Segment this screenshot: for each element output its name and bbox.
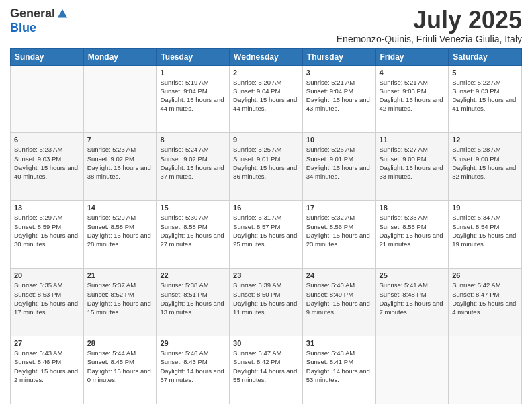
day-number: 21 (87, 271, 153, 279)
sunset-text: Sunset: 8:46 PM (14, 358, 61, 365)
page: General Blue July 2025 Enemonzo-Quinis, … (0, 0, 532, 411)
calendar-cell: 3 Sunrise: 5:21 AM Sunset: 9:04 PM Dayli… (302, 65, 375, 133)
sunrise-text: Sunrise: 5:46 AM (160, 349, 208, 357)
day-info: Sunrise: 5:28 AM Sunset: 9:00 PM Dayligh… (452, 145, 518, 181)
day-number: 7 (87, 136, 153, 144)
calendar-cell: 22 Sunrise: 5:38 AM Sunset: 8:51 PM Dayl… (157, 269, 230, 336)
calendar-cell: 15 Sunrise: 5:30 AM Sunset: 8:58 PM Dayl… (157, 201, 230, 269)
daylight-text: Daylight: 15 hours and 15 minutes. (87, 300, 151, 316)
day-number: 25 (380, 271, 445, 279)
day-number: 5 (452, 68, 518, 77)
daylight-text: Daylight: 14 hours and 53 minutes. (306, 367, 370, 383)
calendar-week-4: 20 Sunrise: 5:35 AM Sunset: 8:53 PM Dayl… (11, 269, 522, 336)
location-title: Enemonzo-Quinis, Friuli Venezia Giulia, … (337, 34, 522, 44)
sunset-text: Sunset: 8:53 PM (14, 291, 61, 298)
logo-general-text: General (10, 7, 55, 21)
day-number: 22 (160, 271, 226, 279)
sunrise-text: Sunrise: 5:20 AM (233, 79, 281, 86)
sunset-text: Sunset: 8:42 PM (233, 358, 280, 365)
daylight-text: Daylight: 15 hours and 36 minutes. (233, 164, 297, 180)
sunset-text: Sunset: 9:02 PM (87, 155, 134, 163)
sunrise-text: Sunrise: 5:19 AM (160, 79, 208, 86)
calendar-cell: 28 Sunrise: 5:44 AM Sunset: 8:45 PM Dayl… (83, 336, 157, 404)
day-info: Sunrise: 5:46 AM Sunset: 8:43 PM Dayligh… (160, 349, 226, 384)
day-info: Sunrise: 5:22 AM Sunset: 9:03 PM Dayligh… (452, 78, 518, 113)
calendar-cell: 9 Sunrise: 5:25 AM Sunset: 9:01 PM Dayli… (230, 133, 303, 201)
day-number: 29 (160, 339, 226, 347)
day-info: Sunrise: 5:24 AM Sunset: 9:02 PM Dayligh… (160, 145, 226, 181)
day-number: 12 (452, 136, 518, 144)
daylight-text: Daylight: 15 hours and 42 minutes. (380, 96, 443, 112)
day-info: Sunrise: 5:35 AM Sunset: 8:53 PM Dayligh… (14, 281, 80, 316)
daylight-text: Daylight: 15 hours and 0 minutes. (87, 367, 151, 383)
day-info: Sunrise: 5:47 AM Sunset: 8:42 PM Dayligh… (233, 349, 299, 384)
sunset-text: Sunset: 8:47 PM (452, 291, 499, 298)
sunset-text: Sunset: 8:50 PM (233, 291, 280, 298)
day-number: 16 (233, 203, 299, 212)
sunrise-text: Sunrise: 5:22 AM (452, 79, 500, 86)
calendar-cell: 30 Sunrise: 5:47 AM Sunset: 8:42 PM Dayl… (230, 336, 303, 404)
sunset-text: Sunset: 8:52 PM (87, 291, 134, 298)
calendar-cell: 26 Sunrise: 5:42 AM Sunset: 8:47 PM Dayl… (449, 269, 522, 336)
daylight-text: Daylight: 15 hours and 33 minutes. (380, 164, 443, 180)
calendar-cell: 8 Sunrise: 5:24 AM Sunset: 9:02 PM Dayli… (157, 133, 230, 201)
sunrise-text: Sunrise: 5:33 AM (380, 214, 428, 221)
day-info: Sunrise: 5:40 AM Sunset: 8:49 PM Dayligh… (306, 281, 372, 316)
daylight-text: Daylight: 15 hours and 9 minutes. (306, 300, 370, 316)
sunrise-text: Sunrise: 5:47 AM (233, 349, 281, 357)
sunset-text: Sunset: 8:58 PM (87, 223, 134, 230)
day-number: 1 (160, 68, 226, 77)
day-info: Sunrise: 5:19 AM Sunset: 9:04 PM Dayligh… (160, 78, 226, 113)
sunset-text: Sunset: 8:56 PM (306, 223, 353, 230)
calendar-cell: 20 Sunrise: 5:35 AM Sunset: 8:53 PM Dayl… (11, 269, 84, 336)
sunrise-text: Sunrise: 5:31 AM (233, 214, 281, 221)
calendar-cell (11, 65, 84, 133)
sunrise-text: Sunrise: 5:44 AM (87, 349, 136, 357)
header-thursday: Thursday (302, 48, 375, 65)
sunrise-text: Sunrise: 5:32 AM (306, 214, 355, 221)
daylight-text: Daylight: 15 hours and 13 minutes. (160, 300, 224, 316)
sunrise-text: Sunrise: 5:27 AM (380, 146, 428, 153)
sunset-text: Sunset: 8:49 PM (306, 291, 353, 298)
sunset-text: Sunset: 9:03 PM (452, 87, 499, 95)
calendar-week-5: 27 Sunrise: 5:43 AM Sunset: 8:46 PM Dayl… (11, 336, 522, 404)
day-info: Sunrise: 5:23 AM Sunset: 9:02 PM Dayligh… (87, 145, 153, 181)
day-number: 24 (306, 271, 372, 279)
calendar-cell: 16 Sunrise: 5:31 AM Sunset: 8:57 PM Dayl… (230, 201, 303, 269)
sunrise-text: Sunrise: 5:43 AM (14, 349, 62, 357)
calendar-cell: 21 Sunrise: 5:37 AM Sunset: 8:52 PM Dayl… (83, 269, 157, 336)
sunset-text: Sunset: 8:43 PM (160, 358, 207, 365)
day-number: 3 (306, 68, 372, 77)
day-number: 8 (160, 136, 226, 144)
calendar-cell: 17 Sunrise: 5:32 AM Sunset: 8:56 PM Dayl… (302, 201, 375, 269)
sunset-text: Sunset: 8:58 PM (160, 223, 207, 230)
sunset-text: Sunset: 9:03 PM (380, 87, 427, 95)
day-info: Sunrise: 5:31 AM Sunset: 8:57 PM Dayligh… (233, 213, 299, 248)
day-info: Sunrise: 5:25 AM Sunset: 9:01 PM Dayligh… (233, 145, 299, 181)
sunrise-text: Sunrise: 5:26 AM (306, 146, 355, 153)
sunset-text: Sunset: 8:51 PM (160, 291, 207, 298)
calendar-cell: 25 Sunrise: 5:41 AM Sunset: 8:48 PM Dayl… (375, 269, 449, 336)
calendar-cell (375, 336, 449, 404)
sunset-text: Sunset: 9:00 PM (380, 155, 427, 163)
header-wednesday: Wednesday (230, 48, 303, 65)
weekday-header-row: Sunday Monday Tuesday Wednesday Thursday… (11, 48, 522, 65)
daylight-text: Daylight: 15 hours and 4 minutes. (452, 300, 516, 316)
sunrise-text: Sunrise: 5:42 AM (452, 281, 500, 289)
header-saturday: Saturday (449, 48, 522, 65)
daylight-text: Daylight: 15 hours and 37 minutes. (160, 164, 224, 180)
logo-blue-text: Blue (10, 21, 36, 34)
sunset-text: Sunset: 8:59 PM (14, 223, 61, 230)
day-number: 15 (160, 203, 226, 212)
sunrise-text: Sunrise: 5:38 AM (160, 281, 208, 289)
day-info: Sunrise: 5:32 AM Sunset: 8:56 PM Dayligh… (306, 213, 372, 248)
sunrise-text: Sunrise: 5:34 AM (452, 214, 500, 221)
sunrise-text: Sunrise: 5:21 AM (380, 79, 428, 86)
day-number: 26 (452, 271, 518, 279)
sunrise-text: Sunrise: 5:28 AM (452, 146, 500, 153)
daylight-text: Daylight: 15 hours and 23 minutes. (306, 232, 370, 248)
day-info: Sunrise: 5:27 AM Sunset: 9:00 PM Dayligh… (380, 145, 445, 181)
day-number: 9 (233, 136, 299, 144)
day-number: 20 (14, 271, 80, 279)
sunrise-text: Sunrise: 5:21 AM (306, 79, 355, 86)
